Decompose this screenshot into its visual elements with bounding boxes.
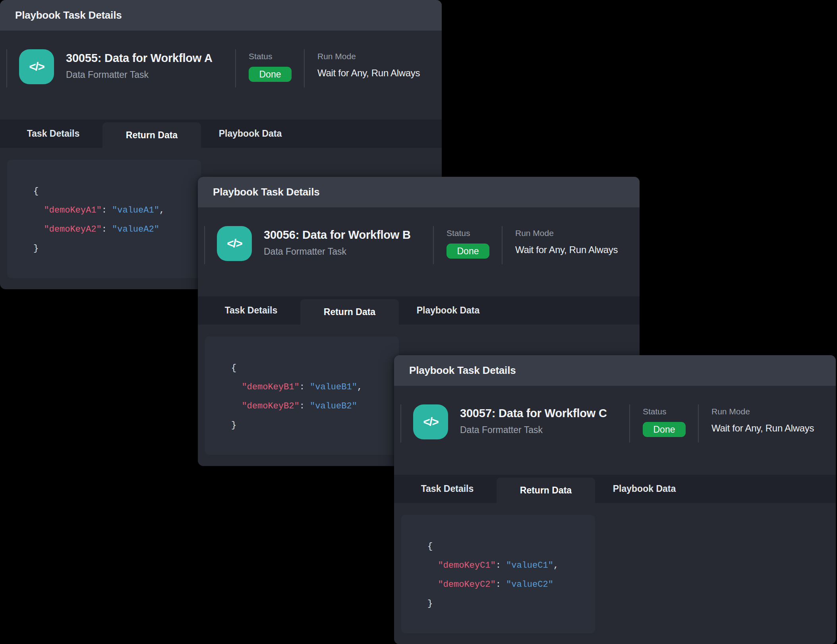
divider <box>433 226 434 264</box>
tab-bar: Task Details Return Data Playbook Data <box>0 120 442 148</box>
tab-playbook-data[interactable]: Playbook Data <box>399 296 497 325</box>
window-header: Playbook Task Details <box>0 0 442 31</box>
run-mode-label: Run Mode <box>317 51 420 62</box>
task-summary-section: </> 30055: Data for Workflow A Data Form… <box>0 31 442 120</box>
divider <box>698 404 699 443</box>
task-title-block: 30056: Data for Workflow B Data Formatte… <box>264 228 411 257</box>
code-line: { <box>427 537 587 556</box>
code-line: } <box>33 239 193 258</box>
window-title: Playbook Task Details <box>15 9 122 21</box>
tab-return-data[interactable]: Return Data <box>497 478 595 503</box>
tab-task-details[interactable]: Task Details <box>202 296 300 325</box>
code-line: "demoKeyB2": "valueB2" <box>231 397 391 416</box>
divider <box>304 49 305 87</box>
status-block: Status Done <box>249 51 292 82</box>
task-title-block: 30055: Data for Workflow A Data Formatte… <box>66 52 213 80</box>
run-mode-label: Run Mode <box>711 406 814 417</box>
task-subtitle: Data Formatter Task <box>460 425 607 435</box>
task-title: 30057: Data for Workflow C <box>460 407 607 420</box>
code-line: { <box>33 182 193 201</box>
window-header: Playbook Task Details <box>198 177 640 207</box>
status-label: Status <box>643 406 686 417</box>
divider <box>204 226 205 264</box>
window-title: Playbook Task Details <box>213 186 319 198</box>
code-icon: </> <box>217 226 252 261</box>
run-mode-value: Wait for Any, Run Always <box>711 423 814 434</box>
task-title-block: 30057: Data for Workflow C Data Formatte… <box>460 407 607 435</box>
window-header: Playbook Task Details <box>394 355 836 386</box>
code-line: "demoKeyC2": "valueC2" <box>427 575 587 594</box>
code-line: "demoKeyA1": "valueA1", <box>33 201 193 220</box>
task-summary-section: </> 30057: Data for Workflow C Data Form… <box>394 386 836 475</box>
window-title: Playbook Task Details <box>409 364 516 377</box>
divider <box>400 404 401 443</box>
divider <box>502 226 503 264</box>
status-label: Status <box>249 51 292 62</box>
code-line: "demoKeyC1": "valueC1", <box>427 556 587 575</box>
code-block: { "demoKeyA1": "valueA1", "demoKeyA2": "… <box>7 160 201 278</box>
tab-bar: Task Details Return Data Playbook Data <box>394 475 836 503</box>
task-subtitle: Data Formatter Task <box>66 70 213 80</box>
code-block: { "demoKeyB1": "valueB1", "demoKeyB2": "… <box>205 337 399 455</box>
status-badge: Done <box>249 67 292 82</box>
code-line: { <box>231 359 391 378</box>
task-subtitle: Data Formatter Task <box>264 246 411 257</box>
task-title: 30056: Data for Workflow B <box>264 228 411 242</box>
task-summary-section: </> 30056: Data for Workflow B Data Form… <box>198 207 640 296</box>
code-line: "demoKeyB1": "valueB1", <box>231 378 391 397</box>
run-mode-value: Wait for Any, Run Always <box>515 244 618 255</box>
status-block: Status Done <box>643 406 686 437</box>
code-icon: </> <box>413 404 448 439</box>
code-icon: </> <box>19 49 54 84</box>
run-mode-block: Run Mode Wait for Any, Run Always <box>317 51 420 79</box>
tab-task-details[interactable]: Task Details <box>4 120 102 148</box>
tab-playbook-data[interactable]: Playbook Data <box>595 475 694 503</box>
code-line: } <box>231 416 391 435</box>
return-data-content: { "demoKeyC1": "valueC1", "demoKeyC2": "… <box>394 503 836 644</box>
divider <box>6 49 7 87</box>
code-line: } <box>427 594 587 613</box>
playbook-task-details-window: Playbook Task Details </> 30057: Data fo… <box>394 355 836 644</box>
code-line: "demoKeyA2": "valueA2" <box>33 220 193 239</box>
tab-playbook-data[interactable]: Playbook Data <box>201 120 300 148</box>
code-block: { "demoKeyC1": "valueC1", "demoKeyC2": "… <box>401 515 595 633</box>
task-title: 30055: Data for Workflow A <box>66 52 213 65</box>
run-mode-value: Wait for Any, Run Always <box>317 68 420 79</box>
tab-return-data[interactable]: Return Data <box>102 122 201 148</box>
run-mode-label: Run Mode <box>515 228 618 238</box>
run-mode-block: Run Mode Wait for Any, Run Always <box>515 228 618 255</box>
status-badge: Done <box>447 244 489 259</box>
status-badge: Done <box>643 422 686 437</box>
tab-bar: Task Details Return Data Playbook Data <box>198 296 640 325</box>
run-mode-block: Run Mode Wait for Any, Run Always <box>711 406 814 434</box>
divider <box>629 404 630 443</box>
status-label: Status <box>447 228 489 238</box>
divider <box>235 49 236 87</box>
canvas: Playbook Task Details </> 30055: Data fo… <box>0 0 837 644</box>
tab-task-details[interactable]: Task Details <box>398 475 497 503</box>
tab-return-data[interactable]: Return Data <box>300 299 399 325</box>
status-block: Status Done <box>447 228 489 259</box>
